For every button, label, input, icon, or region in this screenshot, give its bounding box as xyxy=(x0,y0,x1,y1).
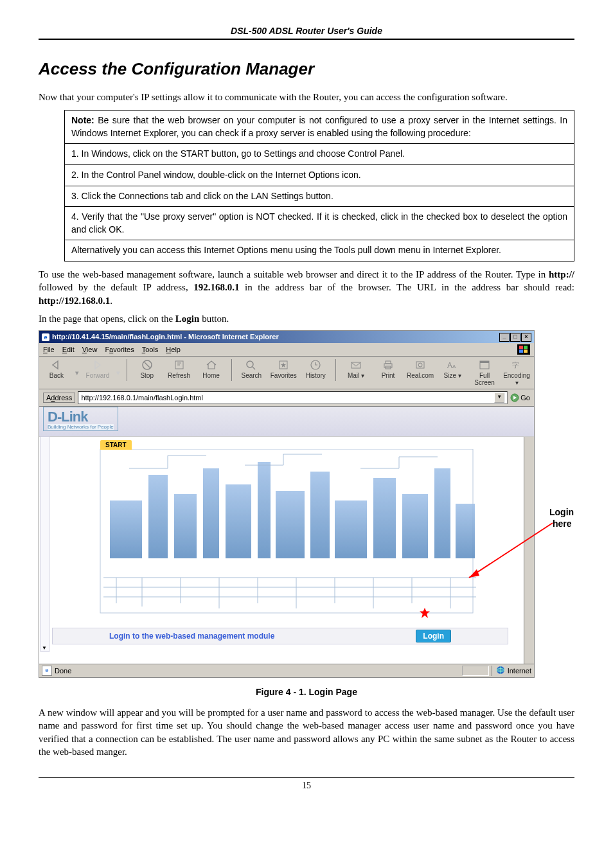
status-zone: Internet xyxy=(508,667,531,675)
svg-rect-32 xyxy=(310,472,330,558)
svg-point-8 xyxy=(247,361,253,368)
dlink-brand-text: D-Link xyxy=(48,409,87,425)
note-step-4: 4. Verify that the "Use proxy server" op… xyxy=(65,207,574,240)
svg-text:A: A xyxy=(447,361,452,370)
go-icon xyxy=(510,393,519,402)
back-button[interactable]: Back xyxy=(43,359,70,379)
ie-window: ehttp://10.41.44.15/main/flashLogin.html… xyxy=(39,330,535,678)
realcom-button[interactable]: Real.com xyxy=(407,359,434,379)
maximize-button[interactable]: □ xyxy=(510,333,520,342)
text: . xyxy=(110,296,112,306)
internet-zone-icon xyxy=(496,666,505,676)
menu-view[interactable]: View xyxy=(82,346,98,353)
status-done: Done xyxy=(55,667,71,675)
go-button[interactable]: Go xyxy=(510,393,530,402)
svg-rect-31 xyxy=(276,491,305,558)
svg-rect-27 xyxy=(174,494,197,558)
fullscreen-button[interactable]: Full Screen xyxy=(471,359,498,386)
intro-paragraph: Now that your computer's IP settings all… xyxy=(39,91,574,103)
dlink-logo: D-Link Building Networks for People xyxy=(43,407,118,431)
svg-text:A: A xyxy=(452,364,456,369)
left-scroll-band[interactable]: ▼ xyxy=(40,436,49,652)
ie-title-text: ehttp://10.41.44.15/main/flashLogin.html… xyxy=(42,333,279,341)
text-bold: 192.168.0.1 xyxy=(193,282,239,292)
ie-status-bar: e Done Internet xyxy=(39,664,534,677)
menu-file[interactable]: File xyxy=(43,346,55,353)
ie-icon: e xyxy=(42,333,49,341)
svg-rect-33 xyxy=(335,500,367,558)
stop-button[interactable]: Stop xyxy=(134,359,161,379)
favorites-button[interactable]: Favorites xyxy=(270,359,297,379)
address-input[interactable]: http://192.168.0.1/main/flashLogin.html … xyxy=(78,391,508,404)
svg-rect-3 xyxy=(519,350,523,353)
login-here-label-1: Login xyxy=(549,507,574,517)
mail-button[interactable]: Mail ▾ xyxy=(342,359,369,379)
close-button[interactable]: × xyxy=(521,333,531,342)
note-step-3: 3. Click the Connections tab and click o… xyxy=(65,186,574,208)
svg-rect-35 xyxy=(402,494,428,558)
svg-rect-21 xyxy=(480,361,489,363)
history-button[interactable]: History xyxy=(302,359,329,379)
svg-rect-25 xyxy=(110,500,142,558)
text-bold: http://192.168.0.1 xyxy=(39,296,110,306)
windows-flag-icon xyxy=(517,344,530,355)
screenshot-wrapper: ehttp://10.41.44.15/main/flashLogin.html… xyxy=(39,330,574,678)
svg-rect-28 xyxy=(203,468,219,558)
menu-help[interactable]: Help xyxy=(166,346,181,353)
page-footer: 15 xyxy=(39,777,574,791)
status-pane xyxy=(462,666,489,676)
note-step-5: Alternatively you can access this Intern… xyxy=(65,240,574,261)
text-bold: Login xyxy=(175,314,200,324)
minimize-button[interactable]: _ xyxy=(499,333,510,342)
address-dropdown[interactable]: ▼ xyxy=(494,393,504,403)
ie-address-bar: Address http://192.168.0.1/main/flashLog… xyxy=(39,389,534,407)
text: To use the web-based management software… xyxy=(39,269,549,279)
menu-tools[interactable]: Tools xyxy=(142,346,159,353)
click-login-paragraph: In the page that opens, click on the Log… xyxy=(39,312,574,325)
scroll-down-icon[interactable]: ▼ xyxy=(41,645,48,651)
svg-rect-29 xyxy=(226,484,251,558)
done-icon: e xyxy=(42,666,52,676)
search-button[interactable]: Search xyxy=(238,359,265,379)
note-step-2: 2. In the Control Panel window, double-c… xyxy=(65,165,574,186)
menu-favorites[interactable]: Favorites xyxy=(105,346,134,353)
refresh-button[interactable]: Refresh xyxy=(166,359,193,379)
svg-rect-30 xyxy=(258,462,271,558)
home-button[interactable]: Home xyxy=(198,359,225,379)
text: button. xyxy=(199,314,229,324)
dlink-tagline: Building Networks for People xyxy=(48,424,114,430)
svg-rect-14 xyxy=(386,361,391,364)
svg-rect-36 xyxy=(434,468,450,558)
encoding-button[interactable]: 字Encoding ▾ xyxy=(503,359,530,386)
svg-rect-37 xyxy=(456,504,475,558)
outro-paragraph: A new window will appear and you will be… xyxy=(39,706,574,758)
menu-edit[interactable]: Edit xyxy=(62,346,75,353)
window-controls: _□× xyxy=(499,332,531,342)
svg-rect-1 xyxy=(519,346,523,349)
ie-toolbar: Back ▾ Forward ▾ Stop Refresh Home Searc… xyxy=(39,357,534,389)
note-box: Note: Be sure that the web browser on yo… xyxy=(64,110,574,261)
svg-rect-2 xyxy=(524,346,528,349)
text: In the page that opens, click on the xyxy=(39,314,175,324)
text: followed by the default IP address, xyxy=(39,282,193,292)
scrollbar[interactable]: ▲ xyxy=(524,407,534,664)
login-button[interactable]: Login xyxy=(416,630,451,642)
login-bar-text: Login to the web-based management module xyxy=(109,632,274,641)
page-number: 15 xyxy=(302,781,311,790)
ie-content: ▲ D-Link Building Networks for People ST… xyxy=(39,407,534,664)
start-tab[interactable]: START xyxy=(100,440,132,450)
ie-titlebar: ehttp://10.41.44.15/main/flashLogin.html… xyxy=(39,331,534,343)
svg-rect-4 xyxy=(524,350,528,353)
login-here-label-2: here xyxy=(553,518,572,529)
svg-rect-26 xyxy=(148,475,168,558)
section-heading: Access the Configuration Manager xyxy=(39,59,574,79)
svg-rect-34 xyxy=(373,478,396,558)
svg-point-17 xyxy=(418,363,422,367)
note-step-1: 1. In Windows, click on the START button… xyxy=(65,144,574,165)
print-button[interactable]: Print xyxy=(375,359,402,379)
text-bold: http:// xyxy=(549,269,574,279)
circuit-graphic xyxy=(52,449,515,623)
forward-button: Forward xyxy=(84,359,111,379)
size-button[interactable]: AASize ▾ xyxy=(439,359,466,379)
figure-caption: Figure 4 - 1. Login Page xyxy=(39,687,574,697)
